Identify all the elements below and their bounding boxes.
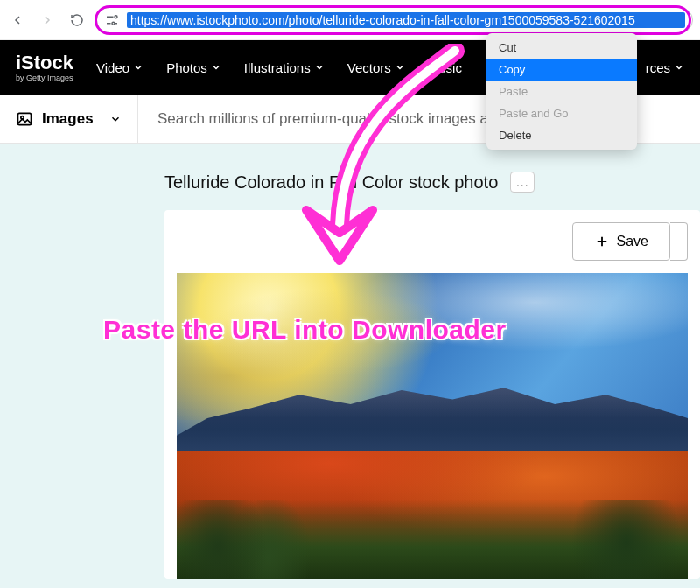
logo[interactable]: iStock by Getty Images [16,53,74,82]
plus-icon [594,234,610,249]
reload-button[interactable] [65,8,89,32]
ctx-delete[interactable]: Delete [486,124,637,146]
search-type-dropdown[interactable]: Images [0,94,138,143]
image-card: Save [164,210,700,579]
ctx-copy[interactable]: Copy [486,59,637,80]
ctx-cut[interactable]: Cut [486,37,637,59]
page-content: Telluride Colorado in Fall Color stock p… [0,144,700,588]
nav-resources[interactable]: rces [646,60,684,75]
annotation-text: Paste the URL into Downloader [103,315,507,345]
logo-text: iStock [16,53,74,73]
page-title: Telluride Colorado in Fall Color stock p… [164,172,498,192]
nav-vectors[interactable]: Vectors [347,60,405,75]
chevron-down-icon [674,62,684,73]
chevron-down-icon [133,62,144,73]
address-bar[interactable]: https://www.istockphoto.com/photo/tellur… [96,7,693,33]
ctx-paste: Paste [486,80,637,102]
image-icon [16,110,33,128]
chevron-down-icon [211,62,221,73]
chevron-down-icon [395,62,405,73]
nav-photos[interactable]: Photos [166,60,221,75]
svg-point-1 [112,22,115,24]
chevron-down-icon [314,62,325,73]
nav-illustrations[interactable]: Illustrations [244,60,325,75]
site-settings-icon[interactable] [104,12,120,28]
svg-point-0 [115,15,117,18]
secondary-action-button[interactable] [670,222,688,261]
search-type-label: Images [42,110,94,128]
save-button[interactable]: Save [572,222,670,261]
logo-subtext: by Getty Images [16,74,74,82]
back-button[interactable] [5,8,30,32]
ctx-paste-and-go: Paste and Go [486,102,637,124]
svg-rect-2 [18,113,32,124]
more-button[interactable]: ... [510,172,535,192]
nav-music[interactable]: Music [428,60,462,75]
forward-button[interactable] [35,8,60,32]
url-text[interactable]: https://www.istockphoto.com/photo/tellur… [127,12,685,28]
context-menu: Cut Copy Paste Paste and Go Delete [486,33,637,150]
save-label: Save [617,234,648,249]
nav-video[interactable]: Video [96,60,144,75]
chevron-down-icon [109,113,122,125]
